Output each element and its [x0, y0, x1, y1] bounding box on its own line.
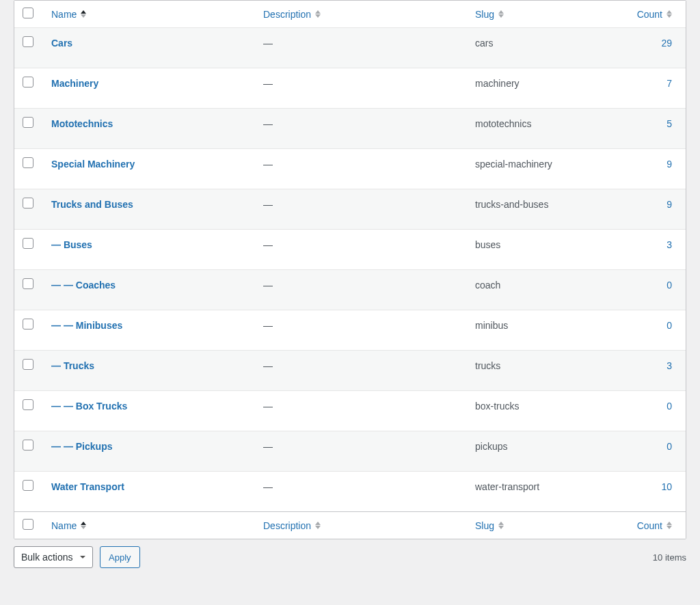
- row-checkbox[interactable]: [23, 157, 33, 168]
- row-checkbox[interactable]: [23, 238, 33, 249]
- term-count-link[interactable]: 5: [667, 118, 672, 129]
- term-slug: buses: [468, 230, 624, 270]
- column-label: Slug: [475, 520, 494, 531]
- term-name-link[interactable]: — — Box Trucks: [51, 401, 127, 412]
- column-label: Description: [263, 520, 311, 531]
- term-description: —: [256, 68, 468, 109]
- bulk-actions: Bulk actions Apply: [14, 546, 140, 568]
- table-row: Cars—cars29: [14, 28, 686, 68]
- term-count-link[interactable]: 0: [667, 441, 672, 452]
- term-description: —: [256, 189, 468, 230]
- column-header-slug[interactable]: Slug: [475, 9, 504, 20]
- sort-icon: [498, 522, 504, 529]
- select-all-checkbox-top[interactable]: [23, 8, 33, 18]
- table-row: — Buses—buses3: [14, 230, 686, 270]
- column-label: Slug: [475, 9, 494, 20]
- term-count-link[interactable]: 10: [661, 481, 672, 492]
- term-count-link[interactable]: 9: [667, 159, 672, 170]
- term-slug: trucks-and-buses: [468, 189, 624, 230]
- term-count-link[interactable]: 3: [667, 360, 672, 371]
- term-slug: cars: [468, 28, 624, 68]
- column-label: Name: [51, 520, 77, 531]
- column-footer-slug[interactable]: Slug: [475, 520, 504, 531]
- term-name-link[interactable]: Water Transport: [51, 481, 124, 492]
- row-checkbox[interactable]: [23, 359, 33, 370]
- table-row: — — Coaches—coach0: [14, 270, 686, 310]
- term-name-link[interactable]: — — Coaches: [51, 280, 116, 291]
- table-nav-bottom: Bulk actions Apply 10 items: [14, 539, 686, 568]
- sort-icon: [81, 522, 86, 529]
- row-checkbox[interactable]: [23, 77, 33, 88]
- term-slug: pickups: [468, 431, 624, 472]
- table-row: — — Pickups—pickups0: [14, 431, 686, 472]
- table-row: Special Machinery—special-machinery9: [14, 149, 686, 189]
- column-footer-name[interactable]: Name: [51, 520, 86, 531]
- table-row: — Trucks—trucks3: [14, 351, 686, 391]
- row-checkbox[interactable]: [23, 440, 33, 451]
- bulk-actions-select[interactable]: Bulk actions: [14, 546, 93, 568]
- term-name-link[interactable]: — Trucks: [51, 360, 94, 371]
- table-row: Water Transport—water-transport10: [14, 472, 686, 512]
- term-slug: minibus: [468, 310, 624, 351]
- term-slug: special-machinery: [468, 149, 624, 189]
- sort-icon: [667, 10, 672, 18]
- row-checkbox[interactable]: [23, 198, 33, 209]
- row-checkbox[interactable]: [23, 117, 33, 128]
- term-name-link[interactable]: — — Minibuses: [51, 320, 122, 331]
- term-name-link[interactable]: Special Machinery: [51, 159, 135, 170]
- select-all-checkbox-bottom[interactable]: [23, 519, 33, 530]
- sort-icon: [315, 10, 321, 18]
- term-description: —: [256, 28, 468, 68]
- column-label: Name: [51, 9, 77, 20]
- table-header-row: Name Description: [14, 1, 686, 28]
- term-count-link[interactable]: 7: [667, 78, 672, 89]
- term-name-link[interactable]: — Buses: [51, 239, 92, 250]
- term-slug: machinery: [468, 68, 624, 109]
- row-checkbox[interactable]: [23, 399, 33, 410]
- row-checkbox[interactable]: [23, 319, 33, 330]
- table-row: Mototechnics—mototechnics5: [14, 109, 686, 149]
- terms-table-wrap: Name Description: [14, 0, 686, 539]
- term-description: —: [256, 149, 468, 189]
- term-description: —: [256, 472, 468, 512]
- column-header-count[interactable]: Count: [637, 9, 672, 20]
- row-checkbox[interactable]: [23, 36, 33, 47]
- term-slug: coach: [468, 270, 624, 310]
- row-checkbox[interactable]: [23, 278, 33, 289]
- term-name-link[interactable]: — — Pickups: [51, 441, 112, 452]
- column-label: Count: [637, 520, 662, 531]
- terms-table: Name Description: [14, 1, 686, 539]
- column-label: Count: [637, 9, 662, 20]
- column-footer-description[interactable]: Description: [263, 520, 321, 531]
- term-count-link[interactable]: 0: [667, 280, 672, 291]
- column-footer-count[interactable]: Count: [637, 520, 672, 531]
- term-count-link[interactable]: 9: [667, 199, 672, 210]
- term-count-link[interactable]: 3: [667, 239, 672, 250]
- items-count: 10 items: [653, 552, 686, 563]
- column-header-description[interactable]: Description: [263, 9, 321, 20]
- table-row: — — Minibuses—minibus0: [14, 310, 686, 351]
- term-description: —: [256, 109, 468, 149]
- term-count-link[interactable]: 0: [667, 320, 672, 331]
- term-count-link[interactable]: 29: [661, 38, 672, 49]
- term-count-link[interactable]: 0: [667, 401, 672, 412]
- term-slug: trucks: [468, 351, 624, 391]
- term-description: —: [256, 270, 468, 310]
- column-label: Description: [263, 9, 311, 20]
- term-description: —: [256, 310, 468, 351]
- term-name-link[interactable]: Machinery: [51, 78, 98, 89]
- sort-icon: [498, 10, 504, 18]
- table-row: Machinery—machinery7: [14, 68, 686, 109]
- sort-icon: [315, 522, 321, 529]
- term-slug: mototechnics: [468, 109, 624, 149]
- row-checkbox[interactable]: [23, 480, 33, 491]
- sort-icon: [667, 522, 672, 529]
- term-name-link[interactable]: Cars: [51, 38, 72, 49]
- table-row: Trucks and Buses—trucks-and-buses9: [14, 189, 686, 230]
- term-description: —: [256, 391, 468, 431]
- table-footer-row: Name Description: [14, 512, 686, 539]
- apply-button[interactable]: Apply: [100, 546, 140, 568]
- term-name-link[interactable]: Trucks and Buses: [51, 199, 133, 210]
- column-header-name[interactable]: Name: [51, 9, 86, 20]
- term-name-link[interactable]: Mototechnics: [51, 118, 113, 129]
